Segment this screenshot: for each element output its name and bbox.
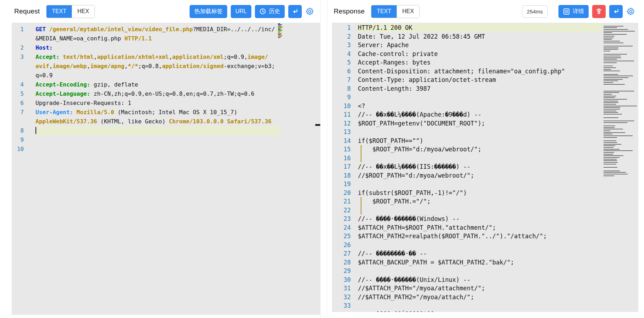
code-line: 24$ATTACH_PATH=$ROOT_PATH."attachment/"; (332, 223, 638, 232)
code-line: 6Content-Disposition: attachment; filena… (332, 67, 638, 76)
enter-arrow-icon (612, 8, 620, 15)
request-tab-text[interactable]: TEXT (47, 5, 72, 18)
detail-list-icon (563, 8, 570, 15)
history-label: 历史 (269, 8, 280, 15)
code-line: 25$ATTACH_PATH2=realpath($ROOT_PATH."../… (332, 232, 638, 241)
code-line: 31//$ATTACH_PATH="/myoa/attachment/"; (332, 284, 638, 293)
code-line: 23//-- ����·������(Windows) -- (332, 214, 638, 223)
code-line: 9 (332, 93, 638, 102)
response-editor[interactable]: 1HTTP/1.1 200 OK2Date: Tue, 12 Jul 2022 … (332, 23, 638, 312)
code-line: AppleWebKit/537.36 (KHTML, like Gecko) C… (12, 117, 320, 126)
code-line: 5Accept-Ranges: bytes (332, 58, 638, 67)
code-line: 2Host: (12, 43, 320, 52)
code-line: 15 $ROOT_PATH="d:/myoa/webroot/"; (332, 145, 638, 154)
code-line: 6Upgrade-Insecure-Requests: 1 (12, 99, 320, 108)
response-code-lines: 1HTTP/1.1 200 OK2Date: Tue, 12 Jul 2022 … (332, 23, 638, 312)
code-line: 3Accept: text/html,application/xhtml+xml… (12, 52, 320, 62)
code-line: 28$ATTACH_BACKUP_PATH = $ATTACH_PATH2."b… (332, 258, 638, 267)
request-tab-hex[interactable]: HEX (72, 5, 94, 18)
code-line: 18//$ROOT_PATH="d:/myoa/webroot/"; (332, 171, 638, 180)
code-line: 9 (12, 135, 320, 145)
code-line: 5Accept-Language: zh-CN,zh;q=0.9,en-US;q… (12, 89, 320, 99)
app-root: Request TEXT HEX 热加载标签 URL 历史 (0, 0, 644, 318)
code-line: 20if(substr($ROOT_PATH,-1)!="/") (332, 189, 638, 197)
response-header: Response TEXT HEX 254ms 详情 (327, 0, 644, 23)
detail-label: 详情 (573, 8, 584, 15)
code-line: 16 (332, 154, 638, 163)
send-request-button[interactable] (288, 5, 302, 18)
request-settings-button[interactable] (305, 7, 314, 16)
code-line: &MEDIA_NAME=oa_config.php HTTP/1.1 (12, 34, 320, 43)
code-line: 10 (12, 145, 320, 154)
history-button[interactable]: 历史 (255, 5, 285, 18)
code-line: 26 (332, 241, 638, 250)
code-line: avif,image/webp,image/apng,*/*;q=0.8,app… (12, 62, 320, 71)
code-line: 17//-- ��x��L¼����(IIS:������) -- (332, 162, 638, 171)
response-tab-hex[interactable]: HEX (397, 5, 419, 18)
clock-icon (260, 8, 266, 15)
response-view-toggle: TEXT HEX (371, 5, 420, 18)
code-line: 1GET /general/mytable/intel_view/video_f… (12, 25, 320, 34)
code-line: 34//-- ����s��Ŵ�����)�� (332, 310, 638, 312)
code-line: 19 (332, 180, 638, 189)
scrollbar-cursor-marker (315, 124, 320, 126)
request-code-lines: 1GET /general/mytable/intel_view/video_f… (12, 25, 320, 154)
gear-icon (305, 7, 314, 16)
request-title: Request (14, 7, 40, 15)
code-line: 4Cache-control: private (332, 50, 638, 58)
response-latency-badge: 254ms (522, 5, 548, 18)
text-cursor (36, 127, 36, 134)
indent-guide (361, 206, 361, 215)
trash-icon (595, 8, 602, 15)
response-title: Response (334, 7, 365, 15)
code-line: 21 $ROOT_PATH.="/"; (332, 197, 638, 206)
code-line: 7Content-Type: application/octet-stream (332, 76, 638, 84)
resend-button[interactable] (609, 5, 623, 18)
request-view-toggle: TEXT HEX (46, 5, 95, 18)
response-panel: Response TEXT HEX 254ms 详情 (327, 0, 644, 318)
detail-button[interactable]: 详情 (558, 5, 589, 18)
indent-guide (361, 197, 361, 206)
code-line: 8 (12, 126, 320, 135)
code-line: 30//-- ����·������(Unix/Linux) -- (332, 275, 638, 284)
code-line: q=0.9 (12, 71, 320, 80)
code-line: 29 (332, 267, 638, 275)
gear-icon (626, 7, 635, 16)
code-line: 12$ROOT_PATH=getenv("DOCUMENT_ROOT"); (332, 119, 638, 128)
request-minimap (278, 23, 283, 38)
request-panel: Request TEXT HEX 热加载标签 URL 历史 (0, 0, 321, 318)
code-line: 7User-Agent: Mozilla/5.0 (Macintosh; Int… (12, 108, 320, 117)
code-line: 14if($ROOT_PATH=="") (332, 136, 638, 145)
response-tab-text[interactable]: TEXT (371, 5, 397, 18)
code-line: 3Server: Apache (332, 41, 638, 50)
clear-response-button[interactable] (592, 5, 606, 18)
hot-reload-tags-button[interactable]: 热加载标签 (190, 5, 227, 18)
code-line: 32//$ATTACH_PATH2="/myoa/attach/"; (332, 293, 638, 302)
enter-arrow-icon (291, 8, 299, 15)
hot-reload-tags-label: 热加载标签 (194, 8, 223, 15)
code-line: 13 (332, 128, 638, 136)
code-line: 2Date: Tue, 12 Jul 2022 06:58:45 GMT (332, 32, 638, 41)
indent-guide (361, 154, 361, 163)
code-line: 27//-- ��������·�� -- (332, 249, 638, 258)
request-editor[interactable]: 1GET /general/mytable/intel_view/video_f… (12, 23, 320, 315)
code-line: 1HTTP/1.1 200 OK (332, 23, 638, 32)
code-line: 33 (332, 301, 638, 310)
url-label: URL (235, 8, 247, 15)
code-line: 22 (332, 206, 638, 215)
code-line: 10<? (332, 102, 638, 111)
indent-guide (361, 145, 361, 154)
code-line: 8Content-Length: 3987 (332, 84, 638, 93)
code-line: 4Accept-Encoding: gzip, deflate (12, 80, 320, 89)
response-settings-button[interactable] (626, 7, 635, 16)
url-button[interactable]: URL (231, 5, 251, 18)
request-header: Request TEXT HEX 热加载标签 URL 历史 (0, 0, 320, 23)
response-minimap[interactable] (604, 24, 638, 177)
code-line: 11//-- ��x��L¼����(Apache:�9���d) -- (332, 110, 638, 119)
